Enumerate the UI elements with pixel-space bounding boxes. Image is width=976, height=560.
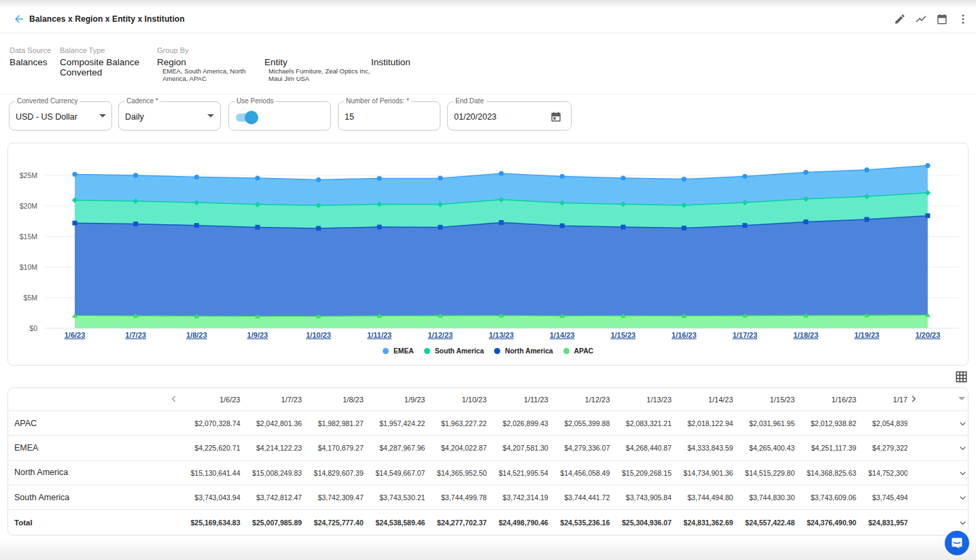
svg-text:1/6/23: 1/6/23: [65, 331, 86, 339]
svg-text:1/15/23: 1/15/23: [610, 331, 635, 339]
svg-text:1/12/23: 1/12/23: [428, 331, 453, 339]
svg-text:$0: $0: [29, 324, 37, 332]
svg-text:1/13/23: 1/13/23: [489, 331, 514, 339]
svg-text:1/17/23: 1/17/23: [733, 331, 758, 339]
svg-text:1/16/23: 1/16/23: [672, 331, 697, 339]
svg-text:$10M: $10M: [20, 263, 37, 271]
svg-text:1/18/23: 1/18/23: [793, 331, 818, 339]
svg-text:$20M: $20M: [20, 202, 37, 210]
svg-text:1/19/23: 1/19/23: [854, 331, 879, 339]
svg-text:1/11/23: 1/11/23: [367, 331, 391, 339]
svg-text:1/20/23: 1/20/23: [916, 331, 941, 339]
svg-text:1/7/23: 1/7/23: [125, 331, 146, 339]
svg-text:$5M: $5M: [24, 294, 37, 302]
svg-text:$15M: $15M: [20, 232, 37, 241]
svg-text:1/14/23: 1/14/23: [550, 331, 575, 339]
svg-text:1/9/23: 1/9/23: [247, 331, 268, 339]
svg-text:$25M: $25M: [20, 171, 37, 179]
svg-text:1/10/23: 1/10/23: [306, 331, 331, 339]
svg-text:1/8/23: 1/8/23: [186, 331, 207, 339]
